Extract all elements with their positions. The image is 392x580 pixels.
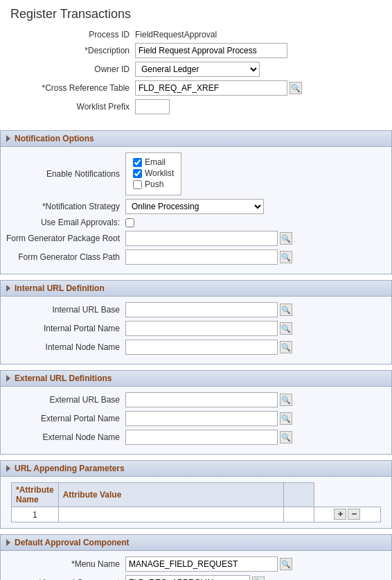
- internal-node-search-icon[interactable]: 🔍: [280, 341, 292, 353]
- external-url-header: External URL Definitions: [0, 370, 392, 387]
- external-portal-label: External Portal Name: [1, 414, 125, 423]
- push-checkbox-row: Push: [133, 179, 174, 189]
- email-checkbox[interactable]: [133, 158, 142, 167]
- menu-name-input[interactable]: [125, 556, 278, 572]
- worklist-label: Worklist: [145, 168, 174, 178]
- attr-controls-col-header: [283, 483, 314, 507]
- external-url-triangle-icon: [6, 375, 10, 382]
- push-checkbox[interactable]: [133, 180, 142, 189]
- external-node-label: External Node Name: [1, 432, 125, 442]
- default-approval-section: Default Approval Component *Menu Name 🔍 …: [0, 534, 392, 580]
- owner-id-select[interactable]: General Ledger: [135, 62, 260, 77]
- external-node-row: External Node Name 🔍: [1, 430, 391, 445]
- email-label: Email: [145, 157, 166, 167]
- internal-url-body: Internal URL Base 🔍 Internal Portal Name…: [0, 297, 392, 364]
- default-approval-body: *Menu Name 🔍 *Approval Component 🔍: [0, 551, 392, 580]
- approval-component-input[interactable]: [125, 575, 250, 580]
- internal-portal-label: Internal Portal Name: [1, 324, 125, 333]
- description-input[interactable]: [135, 43, 287, 58]
- internal-portal-row: Internal Portal Name 🔍: [1, 321, 391, 336]
- notification-triangle-icon: [6, 135, 10, 142]
- add-row-button[interactable]: +: [334, 509, 346, 520]
- worklist-checkbox-row: Worklist: [133, 168, 174, 178]
- pkg-root-row: Form Generator Package Root 🔍: [1, 231, 391, 246]
- internal-node-label: Internal Node Name: [1, 342, 125, 352]
- owner-id-row: Owner ID General Ledger: [10, 62, 382, 77]
- use-email-label: Use Email Approvals:: [1, 218, 125, 227]
- internal-url-base-label: Internal URL Base: [1, 305, 125, 315]
- cross-ref-search-icon[interactable]: 🔍: [289, 82, 302, 94]
- default-approval-header: Default Approval Component: [0, 534, 392, 551]
- enable-notifications-row: Enable Notifications Email Worklist Push: [1, 152, 391, 195]
- push-label: Push: [145, 179, 163, 189]
- approval-component-row: *Approval Component 🔍: [1, 575, 391, 580]
- use-email-row: Use Email Approvals:: [1, 218, 391, 227]
- notification-options-section: Notification Options Enable Notification…: [0, 130, 392, 274]
- external-node-input[interactable]: [125, 430, 278, 445]
- class-path-input[interactable]: [125, 249, 278, 265]
- row-number: 1: [12, 507, 59, 522]
- external-portal-input[interactable]: [125, 411, 278, 426]
- class-path-row: Form Generator Class Path 🔍: [1, 249, 391, 265]
- attr-name-col-header: *Attribute Name: [12, 483, 59, 507]
- cross-ref-row: *Cross Reference Table 🔍: [10, 80, 382, 96]
- external-portal-search-icon[interactable]: 🔍: [280, 412, 292, 425]
- external-portal-row: External Portal Name 🔍: [1, 411, 391, 426]
- remove-row-button[interactable]: −: [348, 509, 360, 520]
- email-checkbox-row: Email: [133, 157, 174, 167]
- description-label: *Description: [10, 46, 135, 55]
- internal-url-base-input[interactable]: [125, 302, 278, 317]
- pkg-root-search-icon[interactable]: 🔍: [280, 232, 292, 245]
- owner-id-label: Owner ID: [10, 64, 135, 74]
- cross-ref-input[interactable]: [135, 80, 287, 96]
- notification-strategy-row: *Notification Strategy Online Processing…: [1, 199, 391, 214]
- pkg-root-label: Form Generator Package Root: [1, 234, 125, 243]
- external-url-section: External URL Definitions External URL Ba…: [0, 370, 392, 455]
- notification-options-header: Notification Options: [0, 130, 392, 147]
- worklist-checkbox[interactable]: [133, 169, 142, 178]
- internal-url-triangle-icon: [6, 285, 10, 292]
- process-id-row: Process ID FieldRequestApproval: [10, 30, 382, 39]
- process-id-value: FieldRequestApproval: [135, 30, 217, 39]
- notification-strategy-select[interactable]: Online Processing Batch Processing: [125, 199, 264, 214]
- internal-portal-input[interactable]: [125, 321, 278, 336]
- external-url-base-search-icon[interactable]: 🔍: [280, 394, 292, 406]
- enable-notifications-label: Enable Notifications: [1, 169, 125, 179]
- internal-url-header: Internal URL Definition: [0, 280, 392, 297]
- internal-url-base-row: Internal URL Base 🔍: [1, 302, 391, 317]
- url-appending-header: URL Appending Parameters: [0, 460, 392, 477]
- use-email-checkbox[interactable]: [125, 218, 134, 227]
- internal-url-base-search-icon[interactable]: 🔍: [280, 304, 292, 316]
- external-node-search-icon[interactable]: 🔍: [280, 431, 292, 443]
- external-url-base-input[interactable]: [125, 392, 278, 407]
- cross-ref-label: *Cross Reference Table: [10, 83, 135, 93]
- url-appending-section: URL Appending Parameters *Attribute Name…: [0, 460, 392, 529]
- url-appending-triangle-icon: [6, 465, 10, 472]
- url-appending-body: *Attribute Name Attribute Value 1 + −: [0, 477, 392, 529]
- attr-btn-cell: + −: [314, 507, 380, 522]
- default-approval-triangle-icon: [6, 539, 10, 546]
- attr-value-col-header: Attribute Value: [58, 483, 283, 507]
- external-url-body: External URL Base 🔍 External Portal Name…: [0, 387, 392, 455]
- menu-name-search-icon[interactable]: 🔍: [280, 558, 292, 570]
- approval-component-search-icon[interactable]: 🔍: [252, 577, 265, 580]
- worklist-prefix-label: Worklist Prefix: [10, 102, 135, 112]
- description-row: *Description: [10, 43, 382, 58]
- external-url-base-row: External URL Base 🔍: [1, 392, 391, 407]
- attr-name-input[interactable]: [62, 510, 280, 520]
- internal-node-input[interactable]: [125, 340, 278, 355]
- menu-name-row: *Menu Name 🔍: [1, 556, 391, 572]
- pkg-root-input[interactable]: [125, 231, 278, 246]
- worklist-prefix-input[interactable]: [135, 99, 170, 114]
- internal-portal-search-icon[interactable]: 🔍: [280, 322, 292, 335]
- attr-value-input[interactable]: [287, 510, 311, 520]
- notification-strategy-label: *Notification Strategy: [1, 202, 125, 211]
- process-id-label: Process ID: [10, 30, 135, 39]
- notification-box: Email Worklist Push: [125, 152, 181, 195]
- attr-table: *Attribute Name Attribute Value 1 + −: [11, 482, 381, 522]
- internal-node-row: Internal Node Name 🔍: [1, 340, 391, 355]
- internal-url-section: Internal URL Definition Internal URL Bas…: [0, 280, 392, 364]
- class-path-search-icon[interactable]: 🔍: [280, 251, 292, 263]
- external-url-base-label: External URL Base: [1, 395, 125, 405]
- notification-options-body: Enable Notifications Email Worklist Push…: [0, 147, 392, 274]
